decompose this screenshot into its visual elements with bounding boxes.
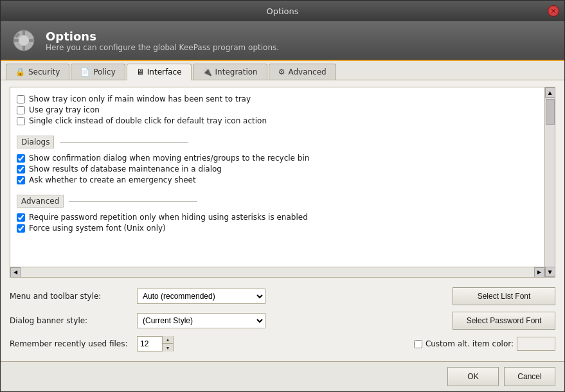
header-text: Options Here you can configure the globa… — [46, 30, 279, 52]
system-font-label: Force using system font (Unix only) — [29, 224, 166, 233]
options-window: Options ✕ Options Here you can configure… — [0, 0, 565, 392]
tabs-bar: 🔒 Security 📄 Policy 🖥 Interface 🔌 Integr… — [1, 61, 564, 80]
tab-interface[interactable]: 🖥 Interface — [127, 64, 192, 80]
checkbox-gray-tray: Use gray tray icon — [17, 105, 537, 114]
tab-integration[interactable]: 🔌 Integration — [193, 64, 267, 80]
dialogs-section-label: Dialogs — [17, 136, 54, 148]
emergency-sheet-checkbox[interactable] — [17, 176, 25, 184]
scroll-horiz-track — [21, 267, 534, 278]
tray-icon-label: Show tray icon only if main window has b… — [29, 94, 251, 103]
menu-toolbar-select[interactable]: Auto (recommended) Classic Modern — [137, 289, 265, 304]
checkbox-single-click: Single click instead of double click for… — [17, 116, 537, 125]
integration-icon: 🔌 — [202, 67, 212, 76]
header: Options Here you can configure the globa… — [1, 21, 564, 61]
checkbox-db-maintenance: Show results of database maintenance in … — [17, 165, 537, 174]
db-maintenance-label: Show results of database maintenance in … — [29, 165, 222, 174]
titlebar: Options ✕ — [1, 1, 564, 21]
gray-tray-checkbox[interactable] — [17, 106, 25, 114]
dialogs-section: Dialogs — [17, 130, 537, 151]
custom-color-label: Custom alt. item color: — [426, 339, 514, 348]
tray-icon-checkbox[interactable] — [17, 95, 25, 103]
remember-files-label: Remember recently used files: — [10, 339, 132, 348]
content-area: Show tray icon only if main window has b… — [1, 80, 564, 361]
spinbox-down-button[interactable]: ▼ — [163, 344, 173, 352]
scroll-right-button[interactable]: ▶ — [534, 267, 544, 278]
checkbox-password-repeat: Require password repetition only when hi… — [17, 213, 537, 222]
scrollbox-inner: Show tray icon only if main window has b… — [10, 87, 555, 277]
svg-rect-2 — [22, 30, 25, 35]
checkbox-emergency-sheet: Ask whether to create an emergency sheet — [17, 175, 537, 184]
footer: OK Cancel — [1, 361, 564, 391]
select-password-font-button[interactable]: Select Password Font — [453, 312, 555, 330]
svg-rect-3 — [22, 46, 25, 51]
gray-tray-label: Use gray tray icon — [29, 105, 100, 114]
scroll-down-button[interactable]: ▼ — [545, 267, 555, 277]
color-swatch[interactable] — [517, 337, 555, 351]
scrollbox-content: Show tray icon only if main window has b… — [17, 94, 548, 233]
confirm-recycle-checkbox[interactable] — [17, 154, 25, 163]
spinbox-up-button[interactable]: ▲ — [163, 336, 173, 344]
tab-integration-label: Integration — [215, 67, 258, 76]
scroll-left-button[interactable]: ◀ — [10, 267, 21, 278]
header-title: Options — [46, 30, 279, 43]
select-list-font-button[interactable]: Select List Font — [453, 287, 555, 305]
tab-security-label: Security — [28, 67, 60, 76]
single-click-label: Single click instead of double click for… — [29, 116, 267, 125]
password-repeat-checkbox[interactable] — [17, 213, 25, 222]
remember-files-spinbox: ▲ ▼ — [137, 336, 174, 352]
checkbox-system-font: Force using system font (Unix only) — [17, 224, 537, 233]
svg-rect-4 — [13, 39, 19, 42]
menu-toolbar-row: Menu and toolbar style: Auto (recommende… — [10, 287, 555, 305]
emergency-sheet-label: Ask whether to create an emergency sheet — [29, 175, 196, 184]
svg-rect-5 — [29, 39, 34, 42]
options-icon — [11, 28, 37, 53]
window-title: Options — [266, 6, 298, 16]
scroll-thumb[interactable] — [546, 99, 555, 125]
checkbox-confirm-recycle: Show confirmation dialog when moving ent… — [17, 154, 537, 163]
system-font-checkbox[interactable] — [17, 224, 25, 233]
horizontal-scrollbar[interactable]: ◀ ▶ — [10, 267, 544, 277]
cancel-button[interactable]: Cancel — [504, 367, 555, 386]
svg-point-1 — [19, 35, 29, 46]
remember-files-row: Remember recently used files: ▲ ▼ Custom… — [10, 336, 555, 352]
advanced-section: Advanced — [17, 190, 537, 210]
confirm-recycle-label: Show confirmation dialog when moving ent… — [29, 154, 309, 163]
remember-files-input[interactable] — [138, 337, 162, 351]
scroll-up-button[interactable]: ▲ — [545, 87, 555, 98]
close-button[interactable]: ✕ — [548, 5, 559, 17]
tab-policy[interactable]: 📄 Policy — [71, 64, 125, 80]
options-scrollbox: Show tray icon only if main window has b… — [10, 87, 555, 278]
tab-advanced-label: Advanced — [288, 67, 326, 76]
tab-policy-label: Policy — [93, 67, 116, 76]
header-subtitle: Here you can configure the global KeePas… — [46, 43, 279, 52]
policy-icon: 📄 — [80, 67, 90, 76]
single-click-checkbox[interactable] — [17, 117, 25, 125]
menu-toolbar-label: Menu and toolbar style: — [10, 292, 132, 301]
advanced-section-label: Advanced — [17, 195, 64, 208]
db-maintenance-checkbox[interactable] — [17, 165, 25, 174]
tab-advanced[interactable]: ⚙ Advanced — [269, 64, 336, 80]
advanced-icon: ⚙ — [278, 67, 285, 76]
interface-icon: 🖥 — [136, 67, 144, 76]
vertical-scrollbar[interactable]: ▲ ▼ — [544, 87, 555, 277]
tab-security[interactable]: 🔒 Security — [6, 64, 69, 80]
custom-color-checkbox[interactable] — [414, 340, 422, 348]
tab-interface-label: Interface — [147, 67, 182, 76]
checkbox-tray-icon: Show tray icon only if main window has b… — [17, 94, 537, 103]
ok-button[interactable]: OK — [447, 367, 499, 386]
dialog-banner-row: Dialog banner style: (Current Style) Cla… — [10, 312, 555, 330]
spinbox-buttons: ▲ ▼ — [162, 336, 173, 352]
password-repeat-label: Require password repetition only when hi… — [29, 213, 308, 222]
custom-color-row: Custom alt. item color: — [414, 337, 555, 351]
security-icon: 🔒 — [15, 67, 25, 76]
dialog-banner-label: Dialog banner style: — [10, 316, 132, 325]
dialog-banner-select[interactable]: (Current Style) Classic Modern — [137, 313, 265, 328]
